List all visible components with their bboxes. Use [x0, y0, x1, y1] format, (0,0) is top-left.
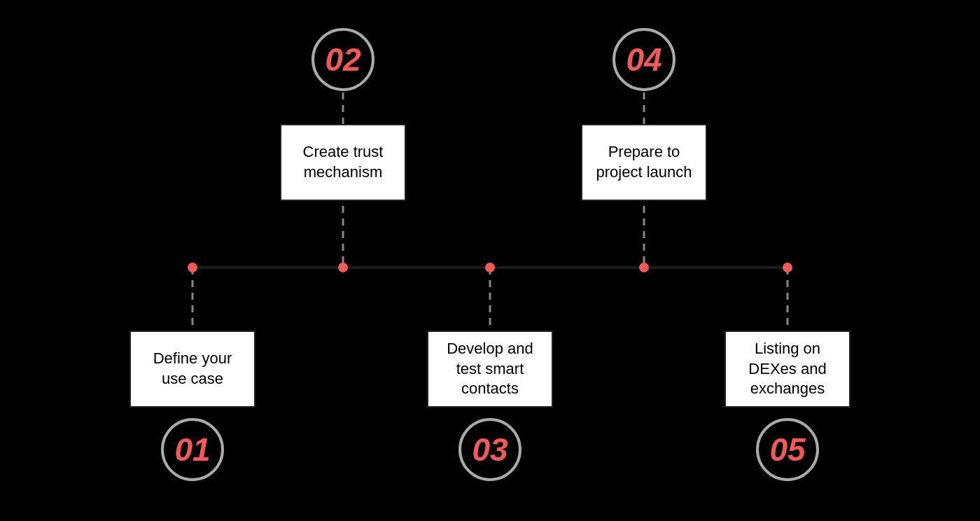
step-box-02: Create trust mechanism: [280, 124, 406, 201]
step-circle-02: 02: [312, 28, 374, 91]
dot-02: [338, 263, 348, 272]
dot-04: [639, 263, 649, 272]
step-circle-05: 05: [756, 418, 819, 481]
step-circle-04: 04: [612, 28, 676, 91]
step-box-05: Listing on DEXes and exchanges: [724, 331, 850, 408]
step-box-03: Develop and test smart contacts: [427, 331, 553, 408]
dot-01: [188, 263, 197, 272]
diagram-container: 02 04 Create trust mechanism Prepare to …: [70, 15, 910, 506]
step-box-04: Prepare to project launch: [581, 124, 707, 201]
step-box-01: Define your use case: [130, 331, 255, 408]
step-circle-03: 03: [458, 418, 522, 481]
step-circle-01: 01: [161, 418, 224, 481]
dot-05: [783, 263, 792, 272]
dot-03: [485, 263, 495, 272]
